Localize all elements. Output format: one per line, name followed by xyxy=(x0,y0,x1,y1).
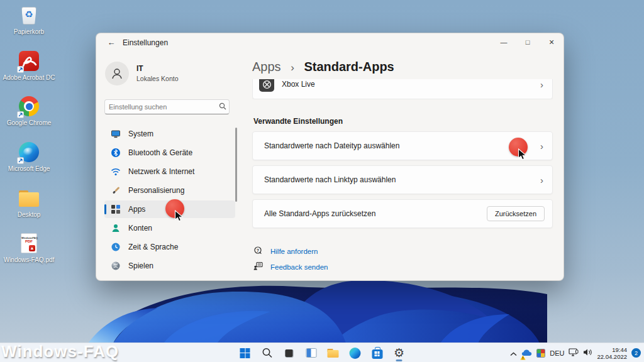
shortcut-arrow-icon xyxy=(17,66,24,73)
taskbar-search-button[interactable] xyxy=(259,345,275,361)
desktop-icon-desktop-folder[interactable]: Desktop xyxy=(2,188,56,218)
breadcrumb: Apps › Standard-Apps xyxy=(252,60,394,74)
person-icon xyxy=(110,67,124,80)
desktop-icon-label: Microsoft Edge xyxy=(2,165,56,172)
tray-app-icon[interactable] xyxy=(536,349,545,358)
shortcut-arrow-icon xyxy=(17,157,24,164)
desktop-icon-recycle-bin[interactable]: ♻ Papierkorb xyxy=(2,5,56,35)
chrome-icon xyxy=(18,96,40,118)
row-defaults-by-filetype[interactable]: Standardwerte nach Dateityp auswählen › xyxy=(252,131,553,160)
account-type: Lokales Konto xyxy=(136,75,179,82)
pdf-file-icon: WindowsFAQ PDF ▲ xyxy=(18,233,40,255)
nav-item-bluetooth[interactable]: Bluetooth & Geräte xyxy=(104,144,235,162)
settings-taskbar-button[interactable]: ⚙ xyxy=(391,345,408,361)
accounts-icon xyxy=(111,223,121,233)
volume-icon[interactable] xyxy=(583,348,592,359)
acrobat-mini-icon: ▲ xyxy=(29,245,35,251)
widgets-icon xyxy=(306,348,316,358)
wifi-icon xyxy=(111,167,121,177)
clock[interactable]: 19:44 22.04.2022 xyxy=(597,346,627,360)
edge-icon xyxy=(350,348,361,359)
chevron-right-icon: › xyxy=(540,79,543,90)
feedback-link[interactable]: Feedback senden xyxy=(253,261,328,273)
search-icon xyxy=(262,348,272,358)
window-titlebar[interactable]: ← Einstellungen — □ × xyxy=(96,33,564,52)
clock-time: 19:44 xyxy=(597,346,627,353)
desktop-icon-edge[interactable]: Microsoft Edge xyxy=(2,141,56,172)
account-name: IT xyxy=(136,64,143,73)
breadcrumb-separator-icon: › xyxy=(291,62,294,74)
tray-chevron-up-icon[interactable] xyxy=(510,348,517,359)
desktop-icon-label: Adobe Acrobat DC xyxy=(2,74,56,81)
account-avatar[interactable] xyxy=(105,62,129,85)
network-icon[interactable] xyxy=(569,348,579,359)
desktop-icon-label: Papierkorb xyxy=(2,28,56,35)
desktop-icon-label: Desktop xyxy=(2,211,56,218)
widgets-button[interactable] xyxy=(303,345,319,361)
clock-date: 22.04.2022 xyxy=(597,353,627,360)
edge-icon xyxy=(18,142,40,163)
feedback-icon xyxy=(253,261,263,273)
nav-item-accounts[interactable]: Konten xyxy=(104,219,235,237)
language-indicator[interactable]: DEU xyxy=(550,349,564,357)
notification-badge[interactable]: 2 xyxy=(631,348,641,358)
onedrive-warning-icon[interactable] xyxy=(521,348,532,359)
sidebar-scrollbar[interactable] xyxy=(235,128,237,202)
minimize-button[interactable]: — xyxy=(492,33,516,51)
search-icon xyxy=(216,102,229,112)
start-button[interactable] xyxy=(237,345,253,361)
row-reset-all-defaults: Alle Standard-Apps zurücksetzen Zurückse… xyxy=(252,199,553,228)
nav-item-gaming[interactable]: Spielen xyxy=(104,257,235,275)
breadcrumb-parent[interactable]: Apps xyxy=(252,60,281,74)
chevron-right-icon: › xyxy=(540,175,543,185)
bluetooth-icon xyxy=(111,148,121,158)
nav-item-network[interactable]: Netzwerk & Internet xyxy=(104,163,235,180)
chevron-right-icon: › xyxy=(540,141,543,151)
search-input[interactable] xyxy=(105,103,216,111)
nav-item-system[interactable]: System xyxy=(104,125,235,143)
app-row-label: Xbox Live xyxy=(282,80,315,89)
apps-icon xyxy=(111,204,121,214)
get-help-icon: ? xyxy=(253,246,263,257)
nav-item-time-language[interactable]: Zeit & Sprache xyxy=(104,238,235,256)
reset-button[interactable]: Zurücksetzen xyxy=(487,206,545,221)
nav-item-personalization[interactable]: Personalisierung xyxy=(104,182,235,199)
watermark: Windows-FAQ xyxy=(1,342,119,361)
folder-icon xyxy=(18,190,40,209)
active-app-indicator xyxy=(396,359,402,361)
gear-icon: ⚙ xyxy=(394,347,404,359)
file-explorer-button[interactable] xyxy=(325,345,341,361)
row-defaults-by-linktype[interactable]: Standardwerte nach Linktyp auswählen › xyxy=(252,165,553,194)
wallpaper-bloom xyxy=(88,275,547,343)
maximize-button[interactable]: □ xyxy=(516,33,540,51)
section-title: Verwandte Einstellungen xyxy=(253,117,343,126)
store-button[interactable] xyxy=(369,345,386,361)
task-view-button[interactable] xyxy=(281,345,297,361)
mouse-cursor xyxy=(174,210,185,223)
store-icon xyxy=(372,349,382,359)
task-view-icon xyxy=(283,347,296,359)
help-link[interactable]: ? Hilfe anfordern xyxy=(253,246,318,257)
desktop-icon-pdf-file[interactable]: WindowsFAQ PDF ▲ Windows-FAQ.pdf xyxy=(2,233,56,263)
xbox-live-icon xyxy=(259,79,274,92)
acrobat-icon xyxy=(18,51,40,72)
desktop-icon-label: Windows-FAQ.pdf xyxy=(2,256,56,263)
file-explorer-icon xyxy=(328,349,339,358)
mouse-cursor xyxy=(518,148,528,162)
recycle-bin-icon: ♻ xyxy=(18,5,40,26)
edge-taskbar-button[interactable] xyxy=(347,345,364,361)
xbox-sphere-icon xyxy=(111,261,121,271)
shortcut-arrow-icon xyxy=(17,111,24,118)
desktop-icon-chrome[interactable]: Google Chrome xyxy=(2,96,56,126)
page-title: Standard-Apps xyxy=(304,60,394,74)
back-button[interactable]: ← xyxy=(105,37,118,48)
app-row-xbox-live[interactable]: Xbox Live › xyxy=(252,79,553,99)
system-icon xyxy=(111,129,121,139)
app-list-clip: Xbox Live › xyxy=(252,79,553,99)
settings-window: ← Einstellungen — □ × IT Lokales Konto S… xyxy=(96,33,564,281)
close-button[interactable]: × xyxy=(540,33,564,51)
desktop-icon-acrobat[interactable]: Adobe Acrobat DC xyxy=(2,50,56,81)
settings-search[interactable] xyxy=(104,99,230,114)
clock-icon xyxy=(111,242,121,252)
svg-text:?: ? xyxy=(257,248,259,253)
